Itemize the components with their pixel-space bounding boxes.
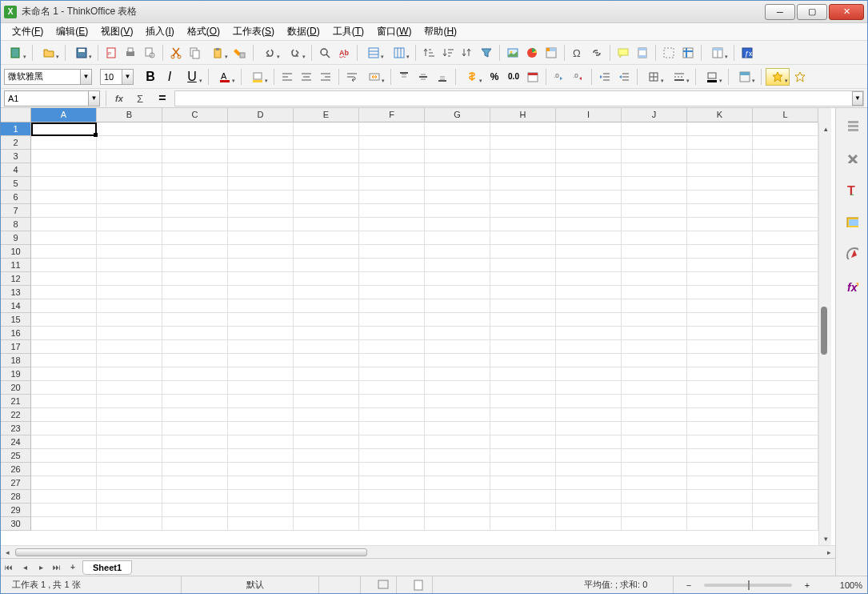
cell-L10[interactable] [753, 245, 818, 259]
cell-H30[interactable] [490, 517, 556, 531]
cell-E13[interactable] [294, 286, 359, 299]
add-decimal-button[interactable]: .0 [550, 68, 568, 86]
cell-J16[interactable] [622, 327, 687, 340]
col-header-A[interactable]: A [31, 108, 97, 122]
cell-C30[interactable] [162, 517, 228, 531]
cell-I19[interactable] [556, 367, 622, 381]
cell-B29[interactable] [97, 504, 162, 517]
cell-C14[interactable] [162, 299, 228, 313]
cell-A15[interactable] [31, 313, 97, 327]
cell-A4[interactable] [31, 163, 97, 177]
cell-I2[interactable] [556, 136, 622, 150]
cell-E28[interactable] [294, 490, 359, 504]
cell-K24[interactable] [687, 435, 753, 449]
row-header-20[interactable]: 20 [1, 381, 31, 395]
sidebar-settings-icon[interactable] [842, 146, 862, 167]
cell-F3[interactable] [359, 150, 425, 163]
cell-A26[interactable] [31, 463, 97, 476]
cell-F7[interactable] [359, 204, 425, 218]
align-left-button[interactable] [278, 68, 296, 86]
currency-button[interactable] [460, 68, 484, 86]
cell-C10[interactable] [162, 245, 228, 259]
comment-button[interactable] [614, 44, 632, 62]
cell-F29[interactable] [359, 504, 425, 517]
function-button-tb[interactable]: ƒx [738, 44, 756, 62]
increase-indent-button[interactable] [596, 68, 614, 86]
cell-J23[interactable] [622, 422, 687, 435]
row-header-29[interactable]: 29 [1, 504, 31, 517]
cell-J13[interactable] [622, 286, 687, 299]
cell-K16[interactable] [687, 327, 753, 340]
cell-I4[interactable] [556, 163, 622, 177]
tab-sheet1[interactable]: Sheet1 [82, 560, 132, 575]
cell-F8[interactable] [359, 218, 425, 231]
cell-J7[interactable] [622, 204, 687, 218]
cell-H13[interactable] [490, 286, 556, 299]
cell-F9[interactable] [359, 231, 425, 245]
cell-B27[interactable] [97, 476, 162, 490]
cell-D22[interactable] [228, 408, 294, 422]
cell-I30[interactable] [556, 517, 622, 531]
cell-J27[interactable] [622, 476, 687, 490]
col-header-J[interactable]: J [622, 108, 687, 122]
cell-H5[interactable] [490, 177, 556, 191]
align-bottom-button[interactable] [434, 68, 451, 86]
borders-button[interactable] [642, 68, 666, 86]
cell-E12[interactable] [294, 272, 359, 286]
cell-A25[interactable] [31, 449, 97, 463]
cell-E25[interactable] [294, 449, 359, 463]
cell-K5[interactable] [687, 177, 753, 191]
percent-button[interactable]: % [486, 68, 503, 86]
cell-J9[interactable] [622, 231, 687, 245]
cell-B7[interactable] [97, 204, 162, 218]
cell-J3[interactable] [622, 150, 687, 163]
cell-I20[interactable] [556, 381, 622, 395]
cell-D7[interactable] [228, 204, 294, 218]
cell-D13[interactable] [228, 286, 294, 299]
cell-J12[interactable] [622, 272, 687, 286]
cell-D27[interactable] [228, 476, 294, 490]
cell-I3[interactable] [556, 150, 622, 163]
cell-B24[interactable] [97, 435, 162, 449]
cell-A12[interactable] [31, 272, 97, 286]
cell-A29[interactable] [31, 504, 97, 517]
cell-H6[interactable] [490, 191, 556, 204]
cell-F13[interactable] [359, 286, 425, 299]
cell-K4[interactable] [687, 163, 753, 177]
cell-A21[interactable] [31, 395, 97, 408]
cell-D12[interactable] [228, 272, 294, 286]
cell-G14[interactable] [425, 299, 490, 313]
cell-D23[interactable] [228, 422, 294, 435]
cell-A19[interactable] [31, 367, 97, 381]
print-area-button[interactable] [660, 44, 678, 62]
tab-next-button[interactable]: ▸ [33, 560, 49, 576]
cell-D14[interactable] [228, 299, 294, 313]
cell-F17[interactable] [359, 340, 425, 354]
decrease-indent-button[interactable] [615, 68, 633, 86]
insert-row-button[interactable] [362, 44, 386, 62]
cell-J24[interactable] [622, 435, 687, 449]
cell-H23[interactable] [490, 422, 556, 435]
undo-button[interactable] [258, 44, 282, 62]
cell-G13[interactable] [425, 286, 490, 299]
cell-C23[interactable] [162, 422, 228, 435]
maximize-button[interactable]: ▢ [797, 4, 827, 20]
cell-B14[interactable] [97, 299, 162, 313]
row-header-28[interactable]: 28 [1, 490, 31, 504]
cell-E17[interactable] [294, 340, 359, 354]
cell-A7[interactable] [31, 204, 97, 218]
cell-C27[interactable] [162, 476, 228, 490]
bold-button[interactable]: B [142, 68, 159, 86]
menu-窗口[interactable]: 窗口(W) [370, 23, 418, 40]
cell-D4[interactable] [228, 163, 294, 177]
border-color-button[interactable] [700, 68, 724, 86]
cell-G12[interactable] [425, 272, 490, 286]
cell-E19[interactable] [294, 367, 359, 381]
date-button[interactable] [524, 68, 542, 86]
cell-G5[interactable] [425, 177, 490, 191]
cell-H27[interactable] [490, 476, 556, 490]
cell-K12[interactable] [687, 272, 753, 286]
cell-E5[interactable] [294, 177, 359, 191]
copy-button[interactable] [186, 44, 204, 62]
cell-L15[interactable] [753, 313, 818, 327]
